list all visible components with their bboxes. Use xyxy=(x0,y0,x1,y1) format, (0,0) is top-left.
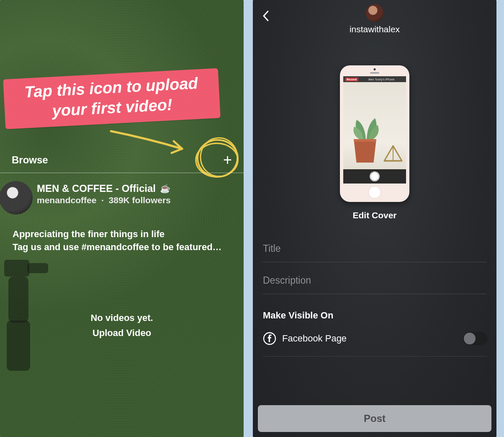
description-input[interactable]: Description xyxy=(263,267,486,294)
visibility-section-heading: Make Visible On xyxy=(263,310,333,321)
description-placeholder: Description xyxy=(263,275,311,286)
visibility-option: Facebook Page xyxy=(263,332,347,345)
channel-text: MEN & COFFEE - Official ☕ menandcoffee ·… xyxy=(37,181,171,215)
title-placeholder: Title xyxy=(263,243,281,254)
title-input[interactable]: Title xyxy=(263,235,486,262)
coffee-cup-icon: ☕ xyxy=(160,184,170,194)
phone-topbar: Record Alex Tooby's iPhone xyxy=(343,76,406,82)
toggle-knob-icon xyxy=(464,333,476,344)
igtv-browse-screenshot: Tap this icon to upload your first video… xyxy=(0,0,244,437)
empty-state-text: No videos yet. xyxy=(0,313,244,323)
record-badge: Record xyxy=(345,78,358,81)
visibility-option-label: Facebook Page xyxy=(282,333,347,344)
header-username: instawithalex xyxy=(350,24,400,34)
channel-avatar[interactable] xyxy=(0,181,33,215)
channel-subline: menandcoffee · 389K followers xyxy=(37,195,171,205)
channel-bio-line-1: Appreciating the finer things in life xyxy=(13,228,235,241)
visibility-row: Facebook Page xyxy=(263,332,487,357)
header-divider xyxy=(0,173,244,173)
plant-pot-icon xyxy=(352,139,378,163)
channel-followers: 389K followers xyxy=(109,195,171,205)
shutter-icon xyxy=(370,171,380,181)
header-avatar[interactable] xyxy=(366,4,383,22)
terrarium-icon xyxy=(383,144,404,163)
phone-camera-bar xyxy=(343,169,406,184)
post-button[interactable]: Post xyxy=(258,405,491,432)
phone-screen: Record Alex Tooby's iPhone xyxy=(343,76,406,184)
phone-home-button-icon xyxy=(368,186,381,199)
phone-earpiece-icon xyxy=(370,72,379,74)
svg-rect-4 xyxy=(27,263,48,273)
igtv-post-compose-screenshot: instawithalex Record Alex Tooby's iPhone xyxy=(253,0,496,437)
add-video-plus-icon[interactable]: + xyxy=(223,153,232,168)
browse-label[interactable]: Browse xyxy=(12,154,48,166)
upload-callout-badge: Tap this icon to upload your first video… xyxy=(3,68,221,129)
phone-title: Alex Tooby's iPhone xyxy=(358,78,404,81)
channel-title: MEN & COFFEE - Official xyxy=(37,183,156,194)
upload-video-link[interactable]: Upload Video xyxy=(0,328,244,339)
channel-bio-line-2: Tag us and use #menandcoffee to be featu… xyxy=(13,241,235,254)
empty-state: No videos yet. Upload Video xyxy=(0,313,244,339)
plant-leaves-icon xyxy=(351,115,382,142)
channel-bio: Appreciating the finer things in life Ta… xyxy=(13,228,235,254)
phone-canvas xyxy=(343,82,406,169)
facebook-visibility-toggle[interactable] xyxy=(463,332,487,345)
edit-cover-link[interactable]: Edit Cover xyxy=(253,210,496,220)
channel-handle: menandcoffee xyxy=(37,195,96,205)
svg-rect-3 xyxy=(4,260,29,277)
phone-camera-dot-icon xyxy=(374,68,376,70)
facebook-icon xyxy=(263,332,276,345)
channel-title-row: MEN & COFFEE - Official ☕ xyxy=(37,183,171,194)
browse-header-row: Browse + xyxy=(0,147,244,173)
featured-channel-block[interactable]: MEN & COFFEE - Official ☕ menandcoffee ·… xyxy=(0,181,244,215)
compose-header: instawithalex xyxy=(253,4,496,34)
cover-phone-preview[interactable]: Record Alex Tooby's iPhone xyxy=(340,65,409,202)
